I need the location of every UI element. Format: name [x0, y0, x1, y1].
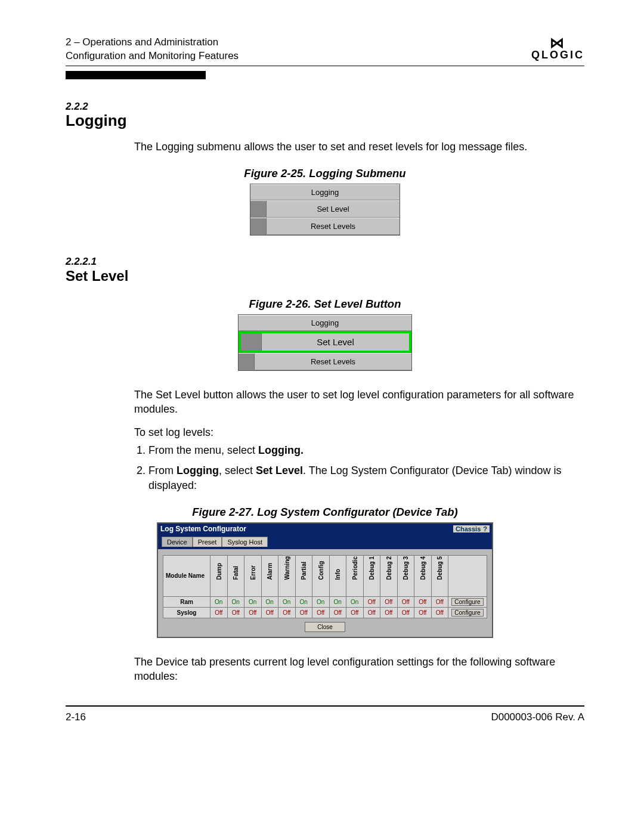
level-cell: Off	[414, 607, 432, 618]
subsection-number: 2.2.2.1	[66, 256, 584, 268]
section-number: 2.2.2	[66, 101, 584, 113]
logo-text: QLOGIC	[531, 49, 584, 61]
table-row: SyslogOffOffOffOffOffOffOffOffOffOffOffO…	[163, 607, 487, 618]
level-cell: Off	[227, 607, 244, 618]
col-module-name: Module Name	[163, 555, 210, 596]
col-header: Debug 1	[363, 555, 380, 596]
step-text: , select	[219, 465, 256, 476]
submenu-header: Logging	[250, 184, 400, 200]
log-level-table: Module Name DumpFatalErrorAlarmWarningPa…	[163, 555, 487, 618]
step-2: From Logging, select Set Level. The Log …	[148, 463, 584, 493]
col-header: Debug 2	[380, 555, 398, 596]
page-number: 2-16	[66, 711, 86, 723]
tab-bar: Device Preset Syslog Host	[158, 534, 492, 549]
configure-cell: Configure	[448, 596, 487, 607]
step-bold: Logging.	[258, 444, 304, 456]
figure-27-caption: Figure 2-27. Log System Configurator (De…	[66, 506, 584, 519]
reset-levels-menu-item[interactable]: Reset Levels	[250, 218, 400, 235]
logging-submenu: Logging Set Level Reset Levels	[250, 184, 400, 236]
level-cell: On	[227, 596, 244, 607]
set-level-description: The Set Level button allows the user to …	[134, 388, 584, 417]
header-black-bar	[66, 71, 206, 79]
menu-item-label: Set Level	[267, 201, 400, 217]
level-cell: Off	[210, 607, 228, 618]
reset-levels-menu-item[interactable]: Reset Levels	[239, 353, 411, 370]
level-cell: Off	[380, 596, 398, 607]
window-title: Log System Configurator	[160, 525, 246, 533]
set-level-menu-item[interactable]: Set Level	[250, 200, 400, 218]
device-tab-description: The Device tab presents current log leve…	[134, 655, 584, 684]
level-cell: Off	[431, 607, 448, 618]
tab-device[interactable]: Device	[162, 537, 193, 547]
level-cell: On	[261, 596, 278, 607]
help-button[interactable]: ?	[483, 525, 487, 532]
col-action	[448, 555, 487, 596]
configure-button[interactable]: Configure	[451, 598, 483, 606]
intro-paragraph: The Logging submenu allows the user to s…	[134, 140, 584, 154]
level-cell: Off	[244, 607, 262, 618]
header-rule	[66, 66, 584, 66]
log-system-configurator-window: Log System Configurator Chassis ? Device…	[157, 522, 493, 638]
chassis-link[interactable]: Chassis	[456, 525, 481, 532]
level-cell: Off	[312, 607, 330, 618]
level-cell: Off	[380, 607, 398, 618]
tab-syslog-host[interactable]: Syslog Host	[222, 537, 268, 547]
logging-submenu-highlight: Logging Set Level Reset Levels	[238, 314, 412, 371]
level-cell: On	[329, 596, 346, 607]
section-title: Logging	[66, 112, 584, 130]
col-header: Periodic	[346, 555, 364, 596]
doc-revision: D000003-006 Rev. A	[491, 711, 584, 723]
col-header: Warning	[278, 555, 296, 596]
qlogic-icon: ⋈	[531, 36, 584, 50]
level-cell: Off	[278, 607, 296, 618]
to-set-log-levels: To set log levels:	[134, 425, 584, 439]
step-bold: Logging	[177, 465, 219, 476]
level-cell: Off	[329, 607, 346, 618]
table-row: RamOnOnOnOnOnOnOnOnOnOffOffOffOffOffConf…	[163, 596, 487, 607]
module-name-cell: Syslog	[163, 607, 210, 618]
level-cell: Off	[363, 596, 380, 607]
col-header: Alarm	[261, 555, 278, 596]
level-cell: On	[312, 596, 330, 607]
figure-26-caption: Figure 2-26. Set Level Button	[66, 298, 584, 311]
level-cell: Off	[346, 607, 364, 618]
menu-item-icon	[241, 333, 262, 351]
col-header: Error	[244, 555, 262, 596]
configure-button[interactable]: Configure	[451, 609, 483, 617]
col-header: Dump	[210, 555, 228, 596]
window-titlebar: Log System Configurator Chassis ?	[158, 524, 492, 534]
menu-item-label: Reset Levels	[267, 218, 400, 234]
col-header: Info	[329, 555, 346, 596]
header-section: Configuration and Monitoring Features	[66, 49, 239, 63]
steps-list: From the menu, select Logging. From Logg…	[134, 443, 584, 493]
level-cell: Off	[295, 607, 312, 618]
configure-cell: Configure	[448, 607, 487, 618]
submenu-header: Logging	[239, 315, 411, 331]
close-button[interactable]: Close	[305, 622, 345, 632]
col-header: Config	[312, 555, 330, 596]
subsection-title: Set Level	[66, 268, 584, 284]
level-cell: On	[244, 596, 262, 607]
step-1: From the menu, select Logging.	[148, 443, 584, 457]
module-name-cell: Ram	[163, 596, 210, 607]
level-cell: On	[346, 596, 364, 607]
level-cell: Off	[414, 596, 432, 607]
set-level-menu-item-highlighted[interactable]: Set Level	[239, 331, 411, 353]
level-cell: On	[210, 596, 228, 607]
step-text: From	[148, 465, 177, 476]
footer-rule	[66, 705, 584, 707]
col-header: Debug 3	[397, 555, 414, 596]
level-cell: Off	[431, 596, 448, 607]
col-header: Fatal	[227, 555, 244, 596]
step-bold: Set Level	[256, 465, 303, 476]
menu-item-icon	[239, 354, 255, 370]
col-header: Partial	[295, 555, 312, 596]
level-cell: Off	[397, 596, 414, 607]
header-chapter: 2 – Operations and Administration	[66, 36, 239, 49]
menu-item-icon	[250, 218, 267, 234]
menu-item-label: Reset Levels	[255, 354, 411, 370]
level-cell: On	[295, 596, 312, 607]
menu-item-icon	[250, 201, 267, 217]
tab-preset[interactable]: Preset	[193, 537, 222, 547]
figure-25-caption: Figure 2-25. Logging Submenu	[66, 167, 584, 180]
